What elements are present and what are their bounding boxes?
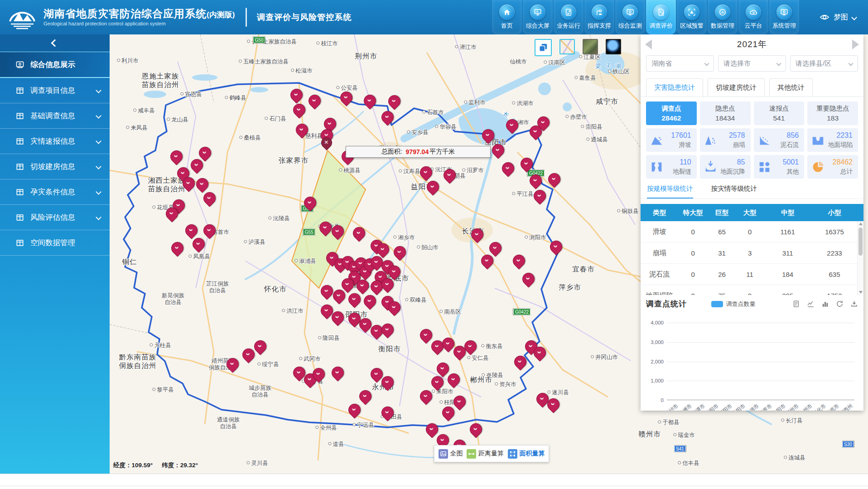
county-select[interactable]: 请选择县/区 <box>790 55 858 72</box>
nav-item-survey[interactable]: 调查评价 <box>646 0 676 34</box>
card-debris-flow[interactable]: 856泥石流 <box>754 128 805 152</box>
landslide-marker-icon <box>244 351 252 358</box>
card-landslide[interactable]: 17601滑坡 <box>646 128 697 152</box>
layers-button[interactable] <box>535 39 552 56</box>
nav-item-monitor[interactable]: 综合监测 <box>615 0 645 34</box>
subtab-by-severity[interactable]: 按灾情等级统计 <box>711 184 757 199</box>
sidebar-item-overview[interactable]: 综合信息展示 <box>0 52 110 78</box>
place-dot-icon <box>617 209 620 213</box>
card-ground-settlement[interactable]: 85地面沉降 <box>700 155 751 179</box>
sidebar-collapse-button[interactable] <box>0 34 110 52</box>
line-chart-icon[interactable] <box>807 300 815 308</box>
map-place-label: 萍乡市 <box>559 283 581 292</box>
basemap-vector-thumbnail[interactable] <box>559 39 575 54</box>
landslide-marker-icon <box>550 175 558 183</box>
map-place-label: 华容县 <box>435 124 457 131</box>
card-collapse[interactable]: 2578崩塌 <box>700 128 751 152</box>
scroll-down-icon[interactable] <box>859 291 863 294</box>
area-measure-button[interactable]: 面积量算 <box>508 449 545 459</box>
sidebar-item-project-info[interactable]: 调查项目信息 <box>0 78 110 103</box>
download-icon[interactable] <box>850 300 858 308</box>
card-major-danger-points[interactable]: 重要隐患点183 <box>807 102 858 125</box>
nav-item-business[interactable]: 业务运行 <box>554 0 583 34</box>
cloud-icon <box>746 5 761 20</box>
place-dot-icon <box>432 390 435 393</box>
tab-other-stats[interactable]: 其他统计 <box>769 78 813 97</box>
landslide-marker-icon <box>445 171 453 179</box>
chart-legend[interactable]: 调查点数量 <box>711 300 756 308</box>
map-place-label: 石首市 <box>422 109 444 116</box>
sidebar-item-hazard-condition[interactable]: 孕灾条件信息 <box>0 179 110 205</box>
province-select[interactable]: 湖南省 <box>646 55 714 72</box>
map-place-label: 利川市 <box>117 58 139 64</box>
scroll-up-icon[interactable] <box>859 223 863 225</box>
chart-title: 调查点统计 <box>646 299 687 309</box>
map-place-label: 平江县 <box>512 191 534 198</box>
map-place-label: 湘乡市 <box>393 234 415 241</box>
monitor-icon <box>622 5 638 20</box>
city-select[interactable]: 请选择市 <box>718 55 786 72</box>
chevron-down-icon <box>96 113 101 119</box>
map-place-label: 张家界市 <box>279 156 309 165</box>
full-extent-button[interactable]: 全图 <box>439 449 463 459</box>
table-icon <box>15 238 24 247</box>
place-dot-icon <box>544 61 547 64</box>
bar-chart-icon[interactable] <box>821 300 829 308</box>
data-view-icon[interactable] <box>792 300 800 308</box>
landslide-marker-icon <box>372 327 380 335</box>
card-other[interactable]: 5001其他 <box>754 155 805 179</box>
place-dot-icon <box>149 344 153 347</box>
eye-icon <box>820 12 829 22</box>
map-place-label: 通城县 <box>586 136 608 143</box>
tab-slope-housing-stats[interactable]: 切坡建房统计 <box>708 78 765 97</box>
nav-item-warning[interactable]: 区域预警 <box>677 0 707 34</box>
card-ground-subsidence-pit[interactable]: 2231地面塌陷 <box>807 128 858 152</box>
scroll-thumb[interactable] <box>858 228 863 256</box>
basemap-globe-thumbnail[interactable] <box>606 39 621 54</box>
statistics-panel: 2021年 湖南省 请选择市 请选择县/区 灾害隐患统计 切坡建房统计 其他统计… <box>641 34 863 411</box>
longitude-value: 经度：109.59° <box>113 461 153 470</box>
next-year-button[interactable] <box>852 39 859 49</box>
app-logo: 湖南省地质灾害防治综合应用系统(内测版) Geological hazard p… <box>0 0 235 34</box>
table-scrollbar[interactable] <box>857 221 863 295</box>
basemap-satellite-thumbnail[interactable] <box>583 39 598 54</box>
landslide-marker-icon <box>306 199 313 207</box>
sidebar-item-slope-housing[interactable]: 切坡建房信息 <box>0 154 110 179</box>
map-place-label: 仙桃市 <box>510 58 527 65</box>
map-place-label: 南岳区 <box>439 309 461 315</box>
home-icon <box>499 5 515 20</box>
place-dot-icon <box>257 363 260 366</box>
user-menu[interactable]: 梦图 <box>800 0 868 34</box>
landslide-marker-icon <box>494 146 502 154</box>
map-place-label: 瑞金市 <box>673 432 695 439</box>
sidebar-item-risk-assessment[interactable]: 风险评估信息 <box>0 205 110 230</box>
card-total[interactable]: 28462总计 <box>807 155 858 179</box>
nav-item-system[interactable]: 系统管理 <box>769 0 799 34</box>
place-dot-icon <box>239 60 242 63</box>
prev-year-button[interactable] <box>645 39 652 49</box>
sidebar-item-disaster-report[interactable]: 灾情速报信息 <box>0 129 110 154</box>
place-dot-icon <box>462 169 465 172</box>
command-icon <box>592 5 607 20</box>
nav-item-bigscreen[interactable]: 综合大屏 <box>523 0 553 34</box>
nav-item-command[interactable]: 指挥支撑 <box>584 0 614 34</box>
distance-measure-button[interactable]: 距离量算 <box>467 449 504 459</box>
sidebar-item-spatial-data[interactable]: 空间数据管理 <box>0 230 110 256</box>
card-hidden-danger-points[interactable]: 隐患点18434 <box>700 102 751 125</box>
left-sidebar: 综合信息展示 调查项目信息 基础调查信息 灾情速报信息 切坡建房信息 孕灾条件信… <box>0 34 110 489</box>
landslide-marker-icon <box>422 169 429 176</box>
refresh-icon[interactable] <box>836 300 844 308</box>
card-survey-points[interactable]: 调查点28462 <box>646 102 697 125</box>
nav-item-cloud[interactable]: 云平台 <box>738 0 768 34</box>
landslide-marker-icon <box>383 378 391 386</box>
map-place-label: 五峰土家族自治县 <box>239 58 289 65</box>
nav-item-home[interactable]: 首页 <box>492 0 522 34</box>
sidebar-item-basic-survey[interactable]: 基础调查信息 <box>0 103 110 129</box>
card-ground-crack[interactable]: 110地裂缝 <box>646 155 697 179</box>
subtab-by-scale[interactable]: 按规模等级统计 <box>647 184 693 199</box>
place-dot-icon <box>678 461 681 465</box>
place-dot-icon <box>574 76 578 79</box>
tab-hazard-stats[interactable]: 灾害隐患统计 <box>646 78 703 97</box>
nav-item-data[interactable]: 数据管理 <box>708 0 738 34</box>
card-quick-report-points[interactable]: 速报点541 <box>754 102 805 125</box>
